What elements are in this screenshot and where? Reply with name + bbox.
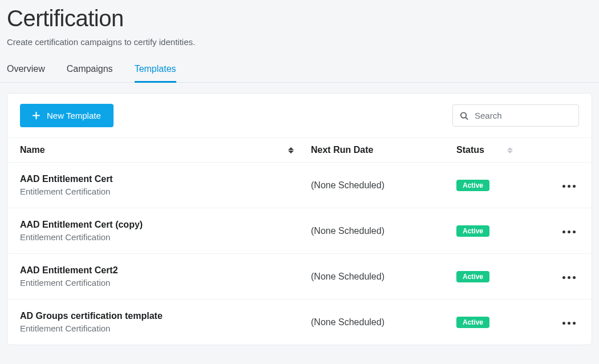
status-badge: Active — [456, 317, 489, 328]
template-subtype: Entitlement Certification — [20, 187, 113, 196]
more-icon — [573, 276, 576, 279]
plus-icon — [33, 112, 40, 119]
row-actions-button[interactable] — [559, 181, 579, 191]
more-icon — [562, 276, 565, 279]
template-name: AAD Entitlement Cert (copy) — [20, 220, 143, 230]
template-name: AD Groups certification template — [20, 311, 163, 321]
search-wrap — [452, 104, 579, 127]
template-name: AAD Entitlement Cert — [20, 174, 113, 184]
column-header-name[interactable]: Name — [20, 145, 311, 155]
table-row[interactable]: AAD Entitlement Cert (copy) Entitlement … — [7, 208, 592, 254]
row-actions-button[interactable] — [559, 273, 579, 282]
table-row[interactable]: AD Groups certification template Entitle… — [7, 300, 592, 345]
next-run-value: (None Scheduled) — [311, 180, 385, 190]
status-badge: Active — [456, 271, 489, 282]
more-icon — [568, 322, 570, 325]
more-icon — [568, 230, 570, 233]
tab-overview[interactable]: Overview — [7, 64, 45, 83]
template-name: AAD Entitlement Cert2 — [20, 265, 118, 276]
card-topbar: New Template — [7, 94, 592, 137]
table-row[interactable]: AAD Entitlement Cert2 Entitlement Certif… — [7, 254, 592, 300]
more-icon — [573, 185, 576, 188]
next-run-value: (None Scheduled) — [311, 317, 385, 327]
tab-campaigns[interactable]: Campaigns — [67, 64, 113, 83]
template-subtype: Entitlement Certification — [20, 278, 118, 288]
row-actions-button[interactable] — [559, 318, 579, 328]
more-icon — [573, 230, 576, 233]
status-badge: Active — [456, 180, 489, 191]
more-icon — [562, 322, 565, 325]
page-title: Certification — [7, 6, 592, 31]
table-row[interactable]: AAD Entitlement Cert Entitlement Certifi… — [7, 163, 592, 208]
column-header-next-run-label: Next Run Date — [311, 145, 373, 155]
template-subtype: Entitlement Certification — [20, 232, 143, 242]
row-actions-button[interactable] — [559, 227, 579, 237]
column-header-status[interactable]: Status — [456, 145, 548, 155]
next-run-value: (None Scheduled) — [311, 272, 385, 281]
template-subtype: Entitlement Certification — [20, 323, 163, 333]
tabs-nav: Overview Campaigns Templates — [0, 47, 599, 83]
status-badge: Active — [456, 225, 489, 237]
more-icon — [568, 185, 570, 188]
column-header-status-label: Status — [456, 145, 484, 155]
tab-templates[interactable]: Templates — [135, 64, 176, 83]
column-header-name-label: Name — [20, 145, 45, 155]
sort-icon — [507, 146, 513, 154]
column-header-next-run[interactable]: Next Run Date — [311, 145, 456, 155]
next-run-value: (None Scheduled) — [311, 226, 385, 236]
search-input[interactable] — [452, 104, 579, 127]
more-icon — [562, 185, 565, 188]
svg-line-3 — [466, 117, 468, 119]
new-template-label: New Template — [47, 111, 101, 120]
search-icon — [460, 111, 468, 120]
table-header: Name Next Run Date Status — [7, 137, 592, 163]
page-subtitle: Create certification campaigns to certif… — [7, 37, 592, 47]
svg-point-2 — [461, 112, 466, 118]
new-template-button[interactable]: New Template — [20, 104, 114, 127]
more-icon — [568, 276, 570, 279]
more-icon — [562, 230, 565, 233]
more-icon — [573, 322, 576, 325]
templates-card: New Template Name Next Run Date Status — [7, 93, 592, 345]
sort-icon — [288, 146, 294, 154]
